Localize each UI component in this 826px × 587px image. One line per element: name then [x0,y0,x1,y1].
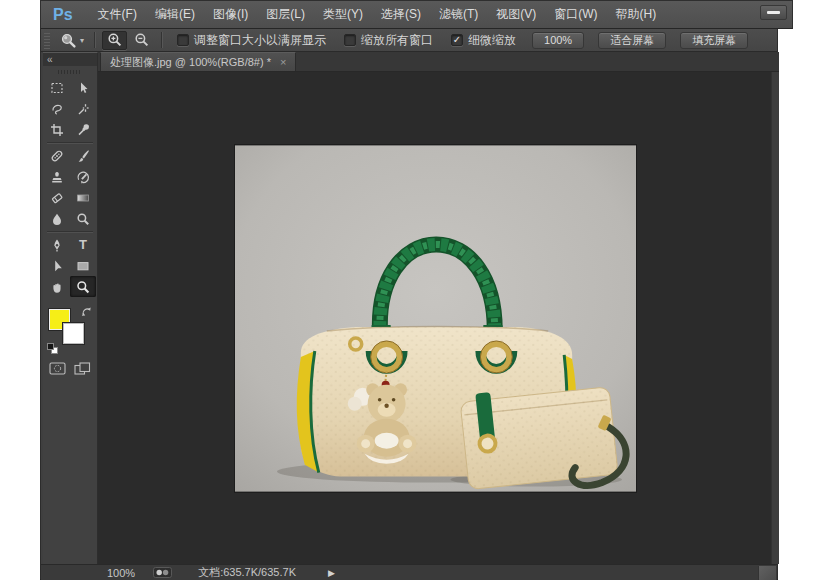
menu-edit[interactable]: 编辑(E) [146,1,204,28]
checkbox-resize-window[interactable]: 调整窗口大小以满屏显示 [177,32,326,49]
zoom-out-button[interactable] [129,31,154,50]
screen-mode-button[interactable] [74,362,91,375]
zoom-in-button[interactable] [102,31,127,50]
tool-pen[interactable] [44,234,70,255]
color-swatches [47,306,93,354]
fill-screen-button[interactable]: 填充屏幕 [680,32,748,49]
resize-grip[interactable] [758,566,776,580]
background-color-swatch[interactable] [63,323,84,344]
menu-image[interactable]: 图像(I) [204,1,257,28]
tool-rectangle-shape[interactable] [70,255,96,276]
swap-colors-icon[interactable] [81,306,92,317]
handbag-photo [235,145,636,492]
checkbox-box: ✓ [451,34,463,46]
zoom-tool-icon [60,32,77,49]
fit-screen-button[interactable]: 适合屏幕 [598,32,666,49]
menu-help[interactable]: 帮助(H) [607,1,666,28]
status-bar-icon [153,567,172,578]
divider [47,231,93,232]
app-window: ▾ 调整窗口大小以满屏显示 缩放所有窗口 [40,29,778,580]
options-bar-grip[interactable] [44,32,50,49]
tools-panel-header[interactable]: « [43,53,97,66]
minimize-icon [767,11,780,14]
document-size-info: 文档:635.7K/635.7K [198,565,296,580]
checkbox-box [177,34,189,46]
close-icon[interactable]: × [280,56,286,68]
status-options-arrow[interactable]: ▶ [328,568,335,578]
magnifier-minus-icon [134,32,150,48]
tool-rectangular-marquee[interactable] [44,77,70,98]
menu-select[interactable]: 选择(S) [372,1,430,28]
actual-pixels-button[interactable]: 100% [532,32,584,49]
document-tab-title: 处理图像.jpg @ 100%(RGB/8#) * [110,55,271,70]
tools-panel-grabber[interactable] [43,66,97,77]
zoom-level-field[interactable]: 100% [107,567,135,579]
menu-bar: Ps 文件(F) 编辑(E) 图像(I) 图层(L) 类型(Y) 选择(S) 滤… [40,0,793,29]
collapse-panel-icon: « [47,54,53,65]
checkbox-scrubby-zoom[interactable]: ✓ 细微缩放 [451,32,516,49]
tool-hand[interactable] [44,276,70,297]
tools-panel: « [43,52,98,564]
divider [94,32,95,48]
menu-type[interactable]: 类型(Y) [314,1,372,28]
menu-layer[interactable]: 图层(L) [257,1,314,28]
checkbox-box [344,34,356,46]
tool-dodge[interactable] [70,208,96,229]
window-edge [771,72,779,564]
canvas-area[interactable] [98,72,779,564]
tool-zoom[interactable] [70,276,96,297]
photoshop-logo: Ps [53,6,73,24]
checkbox-zoom-all-windows[interactable]: 缩放所有窗口 [344,32,433,49]
checkbox-label: 缩放所有窗口 [361,32,433,49]
tool-eraser[interactable] [44,187,70,208]
tool-spot-healing-brush[interactable] [44,145,70,166]
canvas-image[interactable] [235,145,636,492]
divider [161,32,162,48]
menu-window[interactable]: 窗口(W) [545,1,606,28]
menu-filter[interactable]: 滤镜(T) [430,1,487,28]
divider [47,142,93,143]
tool-history-brush[interactable] [70,166,96,187]
document-tab-bar: 处理图像.jpg @ 100%(RGB/8#) * × [98,52,779,72]
tool-clone-stamp[interactable] [44,166,70,187]
tool-type[interactable]: T [70,234,96,255]
quick-mask-button[interactable] [49,362,66,375]
tool-preset-picker[interactable]: ▾ [56,32,88,49]
tool-brush[interactable] [70,145,96,166]
checkbox-label: 细微缩放 [468,32,516,49]
tool-move[interactable] [70,77,96,98]
options-bar: ▾ 调整窗口大小以满屏显示 缩放所有窗口 [41,29,777,52]
default-colors-icon[interactable] [47,343,58,354]
checkbox-label: 调整窗口大小以满屏显示 [194,32,326,49]
tool-eyedropper[interactable] [70,119,96,140]
menu-file[interactable]: 文件(F) [89,1,146,28]
chevron-down-icon: ▾ [80,36,84,45]
status-bar: 100% 文档:635.7K/635.7K ▶ [41,564,777,580]
tool-magic-wand[interactable] [70,98,96,119]
document-tab[interactable]: 处理图像.jpg @ 100%(RGB/8#) * × [100,52,296,71]
tool-gradient[interactable] [70,187,96,208]
tool-path-selection[interactable] [44,255,70,276]
type-tool-icon: T [79,238,87,251]
minimize-button[interactable] [760,5,787,20]
menu-view[interactable]: 视图(V) [487,1,545,28]
tool-crop[interactable] [44,119,70,140]
tool-lasso[interactable] [44,98,70,119]
tool-blur[interactable] [44,208,70,229]
magnifier-plus-icon [107,32,123,48]
